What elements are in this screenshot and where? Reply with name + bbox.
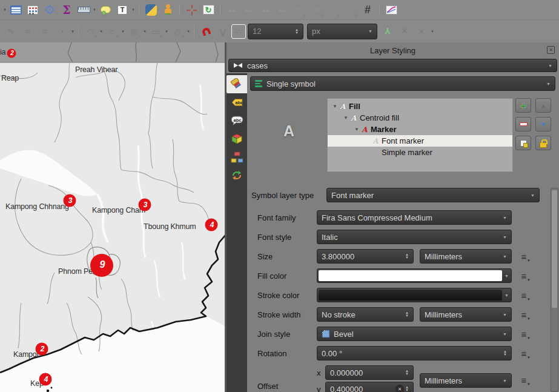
tab-labels[interactable]: abc xyxy=(227,93,247,111)
stroke-width-unit-select[interactable]: Millimeters ▼ xyxy=(420,307,512,322)
map-tips-button[interactable] xyxy=(98,2,113,18)
font-family-select[interactable]: Fira Sans Compressed Medium ▼ xyxy=(317,210,512,225)
text-annotation-button[interactable]: T xyxy=(114,2,130,18)
offset-unit-select[interactable]: Millimeters ▼ xyxy=(420,373,512,388)
edit-pencil-button[interactable]: ✎ xyxy=(3,24,19,39)
font-style-select[interactable]: Italic ▼ xyxy=(317,230,512,244)
stroke-color-button[interactable]: ▼ xyxy=(317,288,512,302)
symbol-layer-type-select[interactable]: Font marker ▼ xyxy=(326,188,540,202)
toolbar-extension-chevron-icon[interactable]: ▾ xyxy=(2,7,7,12)
chevron-icon[interactable]: ▾ xyxy=(99,29,104,34)
measure-chevron-icon[interactable]: ▾ xyxy=(92,7,97,12)
contrast-decrease-button[interactable]: ◐▼ xyxy=(343,2,359,18)
fill-color-button[interactable]: ▼ xyxy=(317,268,512,283)
tree-row-centroid-fill[interactable]: ▼ A Centroid fill xyxy=(328,112,512,124)
brightness-decrease-button[interactable]: ☀▼ xyxy=(309,2,325,18)
tab-3d-view[interactable] xyxy=(227,130,247,148)
move-up-button[interactable]: ▲ xyxy=(535,98,551,113)
regular-polygon-button[interactable]: ◇∗ xyxy=(170,24,185,39)
add-symbol-layer-button[interactable]: ＋ xyxy=(515,98,531,113)
field-calculator-button[interactable] xyxy=(25,2,41,18)
tree-row-fill[interactable]: ▼ A Fill xyxy=(328,101,512,112)
data-defined-override-button[interactable]: ≡▼ xyxy=(517,347,531,360)
curve-edit-button[interactable]: ≈ xyxy=(20,24,36,39)
grid-button[interactable]: # xyxy=(360,2,375,18)
chevron-icon[interactable]: ▾ xyxy=(186,29,191,34)
expander-icon[interactable]: ▼ xyxy=(353,127,360,132)
statistical-summary-button[interactable]: Σ xyxy=(59,2,74,18)
chevron-icon[interactable]: ▾ xyxy=(164,29,169,34)
brightness-increase-button[interactable]: ☀▲ xyxy=(292,2,308,18)
unit-select[interactable]: px ▼ xyxy=(307,24,377,39)
expander-icon[interactable]: ▼ xyxy=(331,104,339,109)
temporal-chart-button[interactable] xyxy=(383,2,399,18)
remove-symbol-layer-button[interactable] xyxy=(515,117,531,131)
tree-row-simple-marker[interactable]: Simple marker xyxy=(328,147,512,158)
layer-selector[interactable]: cases ▼ xyxy=(228,59,557,72)
center-map-button[interactable] xyxy=(184,2,199,18)
tab-callouts[interactable]: abc xyxy=(227,111,247,130)
stretch-local-updated-button[interactable]: ▲▲ xyxy=(258,2,274,18)
stepper-arrows-icon[interactable]: ▲▼ xyxy=(405,386,409,392)
size-stepper[interactable]: 3.800000 ▲▼ xyxy=(317,249,414,264)
stepper-arrows-icon[interactable]: ▲▼ xyxy=(405,253,409,259)
chevron-icon[interactable]: ▾ xyxy=(142,29,147,34)
contrast-increase-button[interactable]: ◐▲ xyxy=(326,2,342,18)
tree-row-font-marker[interactable]: A Font marker xyxy=(328,135,512,147)
scrollbar-thumb[interactable] xyxy=(552,190,557,308)
point-size-stepper[interactable]: 12 ▲▼ xyxy=(248,24,303,39)
processing-toolbox-button[interactable]: ⚙ xyxy=(42,2,58,18)
circular-string-button[interactable]: ◠∗ xyxy=(82,24,98,39)
offset-y-stepper[interactable]: 0.400000 ✕ ▲▼ xyxy=(325,382,414,392)
stepper-arrows-icon[interactable]: ▲▼ xyxy=(295,28,299,35)
lock-color-button[interactable] xyxy=(535,136,551,150)
tab-diagrams[interactable] xyxy=(227,148,247,166)
delete-vertex-button[interactable]: × xyxy=(397,24,412,39)
circle-button[interactable]: ○∗ xyxy=(104,24,120,39)
stretch-local-button[interactable]: ▲▲ xyxy=(224,2,240,18)
data-defined-override-button[interactable]: ≡▼ xyxy=(517,288,531,302)
stepper-arrows-icon[interactable]: ▲▼ xyxy=(405,311,409,317)
duplicate-symbol-layer-button[interactable] xyxy=(515,136,531,150)
topology-button[interactable]: Y xyxy=(380,24,395,39)
panel-scrollbar[interactable] xyxy=(551,188,558,392)
data-defined-override-button[interactable]: ≡▼ xyxy=(517,308,531,321)
annotation-chevron-icon[interactable]: ▾ xyxy=(131,7,136,12)
join-style-select[interactable]: Bevel ▼ xyxy=(317,327,512,341)
close-icon[interactable]: ✕ xyxy=(547,46,555,54)
rectangle-button[interactable]: ▭∗ xyxy=(148,24,164,39)
map-canvas[interactable]: ia Reap Preah Vihear Kampong Chhnang Kam… xyxy=(0,42,227,392)
locator-button[interactable] xyxy=(160,2,176,18)
tree-row-marker[interactable]: ▼ A Marker xyxy=(328,124,512,135)
data-defined-override-button[interactable]: ≡▼ xyxy=(517,327,531,341)
move-down-button[interactable]: ▼ xyxy=(535,117,551,131)
renderer-select[interactable]: Single symbol ▼ xyxy=(250,76,555,91)
snapping-button[interactable] xyxy=(198,24,214,39)
current-edits-button[interactable]: ∴∵ xyxy=(231,24,246,39)
stretch-full-updated-button[interactable]: ▲▲→ xyxy=(275,2,291,18)
python-console-button[interactable] xyxy=(143,2,159,18)
tracing-button[interactable]: ◔ xyxy=(54,24,70,39)
offset-x-stepper[interactable]: 0.000000 ▲▼ xyxy=(325,365,414,380)
data-defined-override-button[interactable]: ≡▼ xyxy=(517,250,531,263)
chevron-icon[interactable]: ▾ xyxy=(430,29,435,34)
stepper-arrows-icon[interactable]: ▲▼ xyxy=(405,370,409,376)
expander-icon[interactable]: ▼ xyxy=(342,115,349,121)
refresh-table-button[interactable]: ↻ xyxy=(200,2,216,18)
clear-value-icon[interactable]: ✕ xyxy=(395,385,404,392)
tab-history[interactable] xyxy=(227,166,247,184)
disabled-tool-button[interactable]: × xyxy=(414,24,429,39)
data-defined-override-button[interactable]: ≡▼ xyxy=(517,269,531,282)
tab-symbology[interactable] xyxy=(227,75,247,93)
tracing-chevron-icon[interactable]: ▾ xyxy=(70,29,75,34)
rotation-stepper[interactable]: 0.00 ° ▲▼ xyxy=(317,346,512,360)
ellipse-button[interactable]: ◎∗ xyxy=(126,24,142,39)
stroke-width-stepper[interactable]: No stroke ▲▼ xyxy=(317,307,414,322)
edit-rows-button[interactable]: ≡ xyxy=(37,24,53,39)
stepper-arrows-icon[interactable]: ▲▼ xyxy=(503,350,507,356)
stretch-full-button[interactable]: ▲▲→ xyxy=(241,2,257,18)
measure-button[interactable] xyxy=(76,2,91,18)
chevron-icon[interactable]: ▾ xyxy=(121,29,125,34)
size-unit-select[interactable]: Millimeters ▼ xyxy=(420,249,512,264)
attribute-table-button[interactable] xyxy=(8,2,24,18)
